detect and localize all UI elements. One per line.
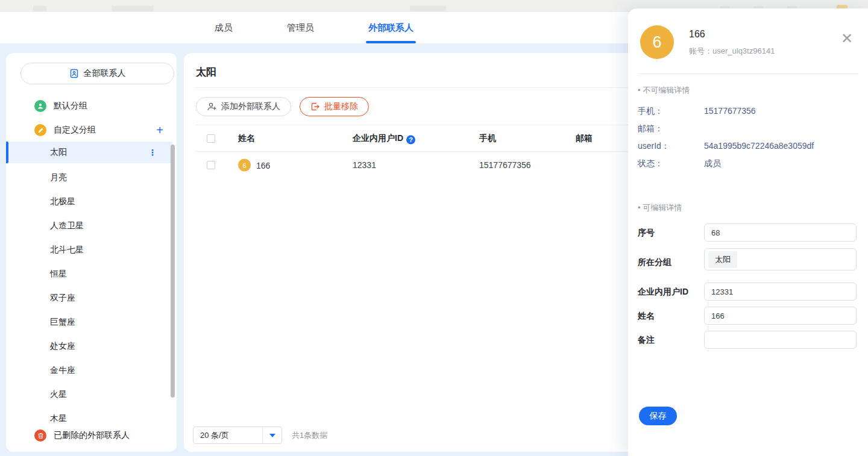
sidebar-scrollbar[interactable]: [171, 145, 175, 398]
total-count-label: 共1条数据: [292, 430, 327, 441]
ghost-text: [112, 6, 154, 11]
name-input[interactable]: [704, 307, 857, 325]
default-group-label: 默认分组: [54, 101, 87, 111]
select-all-checkbox[interactable]: [207, 134, 215, 143]
column-header-phone: 手机: [479, 133, 496, 144]
sidebar-item-default-group[interactable]: 默认分组: [6, 95, 177, 117]
group-label: 所在分组: [638, 257, 671, 268]
contact-name-cell: 6 166: [238, 159, 270, 172]
remark-input[interactable]: [704, 331, 857, 349]
group-label: 太阳: [50, 147, 67, 158]
group-label: 木星: [50, 413, 67, 424]
sidebar-group-taiyang[interactable]: 太阳 ⋮: [6, 142, 172, 163]
sidebar-group-renzaoweixing[interactable]: 人造卫星: [6, 214, 172, 238]
person-icon: [34, 100, 46, 112]
remove-export-icon: [310, 102, 320, 111]
tab-bar: 成员 管理员 外部联系人: [0, 12, 628, 43]
tab-external-contacts[interactable]: 外部联系人: [367, 12, 415, 43]
editable-section-title: 可编辑详情: [638, 202, 682, 213]
person-plus-icon: [207, 102, 217, 111]
sidebar-group-juxiezuo[interactable]: 巨蟹座: [6, 310, 172, 334]
batch-remove-button[interactable]: 批量移除: [300, 97, 369, 116]
add-external-contact-button[interactable]: 添加外部联系人: [196, 97, 291, 116]
sidebar-group-hengxing[interactable]: 恒星: [6, 262, 172, 286]
group-label: 月亮: [50, 172, 67, 183]
sidebar-item-custom-group[interactable]: 自定义分组 +: [6, 119, 177, 141]
group-label: 巨蟹座: [50, 317, 75, 328]
phone-cell: 15177677356: [479, 160, 531, 170]
column-header-email: 邮箱: [576, 133, 593, 144]
ghost-icon: [33, 6, 46, 11]
avatar: 6: [640, 25, 674, 59]
readonly-field-phone: 手机： 15177677356: [638, 106, 858, 118]
corp-id-input[interactable]: [704, 283, 857, 301]
contact-name: 166: [689, 29, 705, 40]
column-header-name: 姓名: [238, 133, 255, 144]
dropdown-caret-box: [262, 427, 281, 443]
pagination: 20 条/页 共1条数据: [193, 426, 327, 444]
sidebar-item-deleted-contacts[interactable]: 已删除的外部联系人: [6, 425, 177, 446]
tab-members[interactable]: 成员: [213, 12, 234, 43]
help-icon[interactable]: ?: [406, 135, 415, 144]
sidebar: 全部联系人 默认分组 自定义分组 + 太阳 ⋮ 月亮 北极星 人造卫星 北斗七星…: [6, 53, 177, 452]
toolbar: 添加外部联系人 批量移除: [196, 97, 369, 116]
contact-account: 账号：user_ulq3tz96141: [689, 46, 775, 57]
readonly-field-email: 邮箱：: [638, 123, 858, 136]
row-checkbox[interactable]: [207, 161, 215, 169]
sidebar-group-huoxing[interactable]: 火星: [6, 383, 172, 407]
chevron-down-icon: [269, 434, 275, 437]
custom-group-label: 自定义分组: [54, 125, 96, 136]
avatar: 6: [238, 159, 251, 172]
deleted-contacts-label: 已删除的外部联系人: [54, 430, 130, 441]
corp-user-id-cell: 12331: [353, 160, 376, 170]
group-label: 处女座: [50, 341, 75, 352]
sidebar-group-beijixing[interactable]: 北极星: [6, 190, 172, 214]
group-more-menu-icon[interactable]: ⋮: [148, 151, 157, 154]
group-label: 北斗七星: [50, 245, 84, 255]
divider: [638, 73, 858, 74]
contact-book-icon: [69, 69, 79, 78]
page-size-value: 20 条/页: [193, 430, 262, 441]
readonly-field-userid: userId： 54a1995b9c72246a8e3059df: [638, 141, 858, 153]
page-size-select[interactable]: 20 条/页: [193, 426, 282, 444]
group-label: 人造卫星: [50, 220, 84, 231]
close-icon[interactable]: ✕: [840, 33, 854, 46]
readonly-section-title: 不可编辑详情: [638, 85, 690, 96]
all-contacts-label: 全部联系人: [84, 68, 126, 79]
add-button-label: 添加外部联系人: [221, 101, 280, 112]
ghost-text: [410, 6, 446, 11]
contact-name: 166: [256, 160, 270, 170]
sidebar-group-beidouqixing[interactable]: 北斗七星: [6, 238, 172, 262]
group-tag: 太阳: [708, 251, 737, 268]
corp-id-label: 企业内用户ID: [638, 287, 688, 298]
sidebar-group-shuangzizuo[interactable]: 双子座: [6, 286, 172, 310]
remark-label: 备注: [638, 335, 655, 346]
sidebar-group-yueliang[interactable]: 月亮: [6, 166, 172, 190]
group-label: 金牛座: [50, 365, 75, 376]
group-input[interactable]: 太阳: [704, 248, 857, 270]
trash-icon: [34, 429, 46, 442]
column-header-corp-user-id: 企业内用户ID?: [353, 133, 415, 144]
page-title: 太阳: [196, 65, 216, 79]
readonly-field-status: 状态： 成员: [638, 158, 858, 170]
name-label: 姓名: [638, 311, 655, 322]
seq-input[interactable]: [704, 223, 857, 242]
group-label: 恒星: [50, 269, 67, 280]
save-button[interactable]: 保存: [639, 407, 677, 425]
contact-detail-panel: ✕ 6 166 账号：user_ulq3tz96141 不可编辑详情 手机： 1…: [628, 8, 868, 456]
add-group-button[interactable]: +: [156, 124, 163, 136]
sidebar-group-jinniuzuo[interactable]: 金牛座: [6, 358, 172, 383]
group-label: 火星: [50, 389, 67, 400]
group-label: 北极星: [50, 196, 75, 207]
seq-label: 序号: [638, 228, 655, 239]
all-contacts-button[interactable]: 全部联系人: [20, 63, 174, 84]
remove-button-label: 批量移除: [324, 101, 358, 112]
group-label: 双子座: [50, 293, 75, 304]
tab-admins[interactable]: 管理员: [286, 12, 315, 43]
pencil-icon: [34, 124, 46, 136]
sidebar-group-chunvzuo[interactable]: 处女座: [6, 334, 172, 358]
